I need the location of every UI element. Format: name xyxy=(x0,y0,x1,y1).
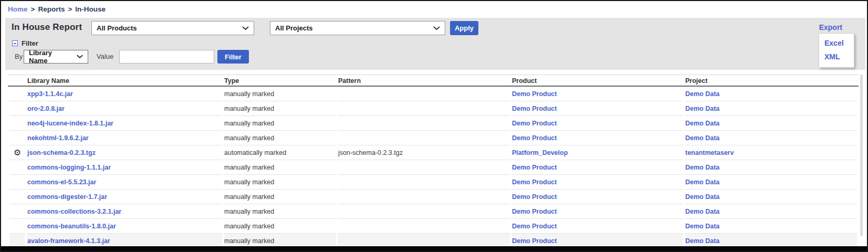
product-link[interactable]: Demo Product xyxy=(512,134,557,142)
product-cell: Demo Product xyxy=(511,204,683,219)
filter-section-header: Filter xyxy=(12,39,38,47)
row-icon-cell xyxy=(9,190,25,204)
project-link[interactable]: Demo Data xyxy=(685,237,719,245)
product-link[interactable]: Demo Product xyxy=(512,237,557,245)
window-bottom-edge xyxy=(1,246,867,251)
project-link[interactable]: Demo Data xyxy=(685,223,719,230)
library-name-cell: commons-collections-3.2.1.jar xyxy=(27,204,222,219)
project-link[interactable]: Demo Data xyxy=(685,164,719,171)
row-icon-cell xyxy=(9,131,25,145)
product-cell: Demo Product xyxy=(511,219,683,234)
product-link[interactable]: Demo Product xyxy=(512,208,557,215)
product-link[interactable]: Demo Product xyxy=(512,193,557,201)
column-header-pattern: Pattern xyxy=(338,75,510,87)
table-header-row: Library Name Type Pattern Product Projec… xyxy=(9,75,857,87)
export-menu-item-excel[interactable]: Excel xyxy=(819,36,854,50)
gear-icon[interactable]: ⚙ xyxy=(14,148,21,157)
project-link[interactable]: Demo Data xyxy=(685,178,719,186)
column-header-project: Project xyxy=(685,75,857,87)
breadcrumb-in-house: In-House xyxy=(75,5,106,13)
icon-column-header xyxy=(9,75,25,87)
type-cell: manually marked xyxy=(224,204,336,219)
product-link[interactable]: Demo Product xyxy=(512,223,557,230)
product-link[interactable]: Demo Product xyxy=(512,105,557,112)
column-header-type: Type xyxy=(224,75,336,87)
type-cell: manually marked xyxy=(224,190,336,204)
project-link[interactable]: Demo Data xyxy=(685,120,719,127)
pattern-cell xyxy=(338,219,510,234)
product-cell: Demo Product xyxy=(511,116,683,131)
type-cell: manually marked xyxy=(224,101,336,116)
library-name-link[interactable]: commons-collections-3.2.1.jar xyxy=(27,208,121,215)
filter-section-label: Filter xyxy=(22,39,38,47)
row-icon-cell: ⚙ xyxy=(9,145,25,160)
table-row: oro-2.0.8.jarmanually markedDemo Product… xyxy=(9,101,857,116)
table-row: ⚙json-schema-0.2.3.tgzautomatically mark… xyxy=(9,145,857,160)
pattern-cell xyxy=(338,87,510,101)
project-cell: Demo Data xyxy=(685,219,857,234)
row-icon-cell xyxy=(9,160,25,175)
type-cell: manually marked xyxy=(224,87,336,101)
project-link[interactable]: Demo Data xyxy=(685,105,719,112)
library-name-link[interactable]: commons-logging-1.1.1.jar xyxy=(27,164,111,171)
table-row: neo4j-lucene-index-1.8.1.jarmanually mar… xyxy=(9,116,857,131)
export-menu: Excel XML xyxy=(819,33,854,68)
project-link[interactable]: Demo Data xyxy=(685,134,719,142)
product-link[interactable]: Demo Product xyxy=(512,120,557,127)
project-cell: Demo Data xyxy=(685,131,857,145)
library-name-link[interactable]: commons-el-5.5.23.jar xyxy=(27,178,96,186)
export-link[interactable]: Export xyxy=(819,23,842,32)
table-row: commons-digester-1.7.jarmanually markedD… xyxy=(9,190,857,204)
library-name-link[interactable]: nekohtml-1.9.6.2.jar xyxy=(27,134,89,142)
product-link[interactable]: Demo Product xyxy=(512,164,557,171)
project-link[interactable]: tenantmetaserv xyxy=(685,149,734,156)
pattern-cell xyxy=(338,131,510,145)
column-header-library-name: Library Name xyxy=(27,75,222,87)
pattern-cell xyxy=(338,101,510,116)
product-cell: Demo Product xyxy=(511,175,683,190)
library-name-link[interactable]: json-schema-0.2.3.tgz xyxy=(27,149,96,156)
filter-by-select[interactable]: Library Name xyxy=(24,50,88,64)
product-cell: Demo Product xyxy=(511,190,683,204)
library-name-link[interactable]: commons-digester-1.7.jar xyxy=(27,193,107,201)
collapse-minus-icon[interactable] xyxy=(12,40,18,46)
project-link[interactable]: Demo Data xyxy=(685,193,719,201)
product-link[interactable]: Demo Product xyxy=(512,90,557,98)
filter-by-value: Library Name xyxy=(29,49,72,65)
pattern-cell: json-schema-0.2.3.tgz xyxy=(338,145,510,160)
type-cell: manually marked xyxy=(224,160,336,175)
project-link[interactable]: Demo Data xyxy=(685,90,719,98)
table-row: xpp3-1.1.4c.jarmanually markedDemo Produ… xyxy=(9,87,857,101)
library-name-link[interactable]: avalon-framework-4.1.3.jar xyxy=(27,237,110,245)
page-title: In House Report xyxy=(12,22,82,33)
pattern-cell xyxy=(338,204,510,219)
library-name-cell: json-schema-0.2.3.tgz xyxy=(27,145,222,160)
product-cell: Demo Product xyxy=(511,160,683,175)
type-cell: manually marked xyxy=(224,175,336,190)
type-text: manually marked xyxy=(224,134,274,142)
library-name-link[interactable]: neo4j-lucene-index-1.8.1.jar xyxy=(27,120,113,127)
product-filter-select[interactable]: All Products xyxy=(91,21,254,35)
project-cell: Demo Data xyxy=(685,160,857,175)
breadcrumb: Home>Reports>In-House xyxy=(8,5,106,13)
column-header-product: Product xyxy=(511,75,683,87)
vertical-scrollbar[interactable] xyxy=(860,75,863,236)
chevron-down-icon xyxy=(77,55,83,59)
library-name-link[interactable]: oro-2.0.8.jar xyxy=(27,105,65,112)
project-filter-select[interactable]: All Projects xyxy=(270,21,445,35)
breadcrumb-home-link[interactable]: Home xyxy=(8,5,28,13)
table-row: commons-beanutils-1.8.0.jarmanually mark… xyxy=(9,219,857,234)
product-link[interactable]: Platform_Develop xyxy=(512,149,568,156)
library-name-link[interactable]: commons-beanutils-1.8.0.jar xyxy=(27,223,116,230)
library-name-link[interactable]: xpp3-1.1.4c.jar xyxy=(27,90,73,98)
chevron-down-icon xyxy=(433,26,440,30)
product-link[interactable]: Demo Product xyxy=(512,178,557,186)
apply-button[interactable]: Apply xyxy=(450,21,478,35)
table-header-rule xyxy=(8,86,859,87)
filter-value-input[interactable] xyxy=(119,50,214,64)
type-cell: manually marked xyxy=(224,219,336,234)
filter-button[interactable]: Filter xyxy=(217,50,249,64)
project-cell: tenantmetaserv xyxy=(685,145,857,160)
project-link[interactable]: Demo Data xyxy=(685,208,719,215)
export-menu-item-xml[interactable]: XML xyxy=(819,50,854,64)
